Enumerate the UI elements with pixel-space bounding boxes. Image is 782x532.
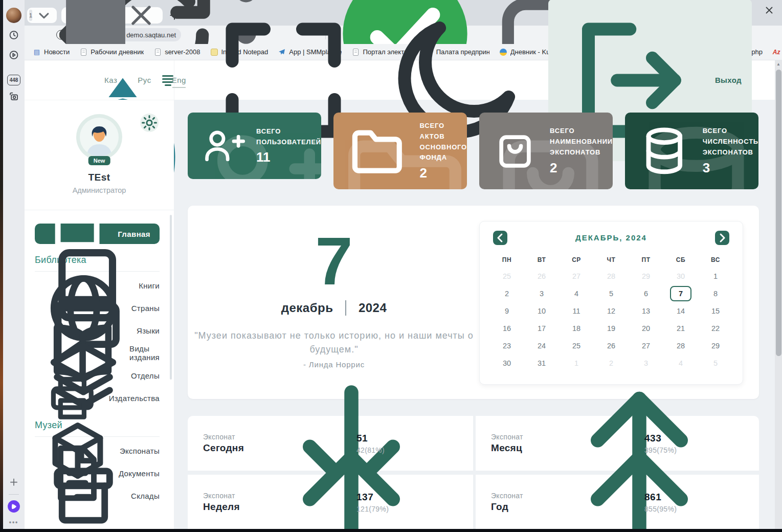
calendar-day[interactable]: 4 — [559, 285, 594, 302]
scrollbar-up-arrow[interactable]: ▲ — [775, 62, 782, 66]
exhibit-stat-text: ЭкспонатМесяц — [491, 433, 548, 454]
calendar-day-header: ПТ — [629, 252, 663, 268]
lang-rus[interactable]: Рус — [138, 76, 151, 84]
stat-card[interactable]: ВСЕГО АКТОВ ОСНОВНОГО ФОНДА2 — [333, 113, 467, 189]
calendar-day[interactable]: 10 — [524, 302, 559, 320]
alice-icon[interactable] — [7, 500, 20, 513]
calendar-day[interactable]: 28 — [594, 268, 629, 285]
calendar-day[interactable]: 13 — [629, 302, 663, 320]
calendar-day[interactable]: 21 — [663, 320, 698, 337]
calendar-day[interactable]: 2 — [489, 285, 524, 302]
nav-menu: Главная БиблиотекаКнигиСтраныЯзыкиВиды и… — [25, 210, 174, 507]
profile-settings-gear-icon[interactable] — [140, 114, 159, 132]
sidebar-item-home[interactable]: Главная — [35, 224, 160, 244]
exhibit-stat-period: Сегодня — [203, 442, 260, 454]
calendar-day[interactable]: 27 — [629, 337, 663, 354]
history-clock-icon[interactable] — [9, 30, 19, 40]
user-plus-icon — [200, 125, 245, 166]
stat-card[interactable]: ВСЕГО ЧИСЛЕННОСТЬ ЭКСПОНАТОВ3 — [625, 113, 758, 189]
sessions-play-icon[interactable] — [9, 50, 19, 60]
more-dots-icon[interactable]: ••• — [9, 519, 19, 526]
calendar-day[interactable]: 14 — [663, 302, 698, 320]
calendar-day[interactable]: 6 — [629, 285, 663, 302]
sidebar-item[interactable]: Издательства — [35, 387, 160, 409]
bookmark-item[interactable]: AzM — [772, 48, 782, 56]
sidebar-item-label: Документы — [119, 469, 160, 478]
calendar-day[interactable]: 8 — [698, 285, 733, 302]
stat-card-text: ВСЕГО ПОЛЬЗОВАТЕЛЕЙ11 — [256, 126, 321, 166]
calendar-day[interactable]: 1 — [698, 268, 733, 285]
quote-text: "Музеи показывают не только историю, но … — [194, 329, 474, 356]
sidebar-scrollbar[interactable] — [170, 215, 172, 380]
stat-card[interactable]: ВСЕГО НАИМЕНОВАНИИ ЭКСПОНАТОВ2 — [479, 113, 613, 189]
calendar-day[interactable]: 29 — [698, 337, 733, 354]
calendar-day[interactable]: 5 — [594, 285, 629, 302]
calendar-day[interactable]: 22 — [698, 320, 733, 337]
calendar-day[interactable]: 30 — [489, 354, 524, 372]
bookmark-item[interactable]: ▤Новости — [33, 48, 70, 56]
stat-card-value: 11 — [256, 149, 321, 165]
exhibit-stat-category: Экспонат — [203, 492, 260, 500]
stat-card-label: ВСЕГО ЧИСЛЕННОСТЬ ЭКСПОНАТОВ — [703, 126, 758, 158]
exhibit-stat-cell: ЭкспонатГод861855(95%) — [476, 475, 759, 529]
avatar[interactable]: New — [76, 114, 123, 163]
calendar-day[interactable]: 29 — [629, 268, 663, 285]
calendar-day[interactable]: 9 — [489, 302, 524, 320]
month-year-separator — [345, 300, 346, 316]
sidebar-item[interactable]: Склады — [35, 484, 160, 507]
calendar-day[interactable]: 16 — [489, 320, 524, 337]
current-month: декабрь — [281, 301, 333, 315]
screenshot-icon[interactable] — [9, 91, 19, 102]
current-day-number: 7 — [188, 230, 480, 292]
calendar-day[interactable]: 28 — [663, 337, 698, 354]
exhibit-stat-period: Год — [491, 501, 548, 513]
calendar-day-header: ПН — [489, 252, 524, 268]
stat-card[interactable]: ВСЕГО ПОЛЬЗОВАТЕЛЕЙ11 — [188, 113, 321, 179]
calendar-day[interactable]: 25 — [559, 337, 594, 354]
calendar-day[interactable]: 25 — [489, 268, 524, 285]
exhibit-stat-text: ЭкспонатНеделя — [203, 492, 260, 513]
calendar-day[interactable]: 31 — [524, 354, 559, 372]
exhibit-stat-value: 861 — [644, 492, 677, 503]
calendar-day[interactable]: 3 — [524, 285, 559, 302]
calendar-day-header: ВС — [698, 252, 733, 268]
lang-kaz[interactable]: Каз — [104, 76, 117, 84]
calendar-day[interactable]: 26 — [524, 268, 559, 285]
add-panel-icon[interactable] — [9, 477, 19, 487]
calendar-day[interactable]: 23 — [489, 337, 524, 354]
calendar-title: ДЕКАБРЬ, 2024 — [489, 230, 733, 246]
alice-logo-icon — [7, 500, 20, 513]
tabs-count-badge[interactable]: 448 — [7, 75, 20, 85]
exhibit-stat-category: Экспонат — [491, 433, 548, 441]
calendar-day[interactable]: 20 — [629, 320, 663, 337]
page-scrollbar[interactable]: ▲ — [775, 60, 782, 529]
folder-icon — [346, 120, 409, 183]
calendar-day[interactable]: 27 — [559, 268, 594, 285]
calendar-day[interactable]: 7 — [663, 285, 698, 302]
sidebar-item-label: Языки — [137, 326, 160, 335]
screen: 448 ••• 1 Мой профиль | SAQTAU — [0, 0, 782, 532]
bookmark-item[interactable]: server-2008 — [153, 48, 200, 56]
sidebar-item-label: Склады — [131, 492, 160, 500]
calendar-day[interactable]: 30 — [663, 268, 698, 285]
camera-icon — [9, 91, 19, 102]
calendar-day[interactable]: 24 — [524, 337, 559, 354]
calendar-day-header: СР — [559, 252, 594, 268]
scrollbar-thumb[interactable] — [776, 70, 781, 356]
calendar-day[interactable]: 17 — [524, 320, 559, 337]
calendar-day[interactable]: 12 — [594, 302, 629, 320]
sidebar-item-label: Издательства — [109, 394, 160, 403]
calendar-day[interactable]: 26 — [594, 337, 629, 354]
clock-icon — [9, 30, 19, 40]
calendar-day[interactable]: 11 — [559, 302, 594, 320]
browser-profile-avatar[interactable] — [6, 8, 21, 23]
bookmark-item[interactable]: Рабочии дневник — [79, 48, 144, 56]
calendar-prev-button[interactable] — [493, 231, 507, 245]
lang-eng[interactable]: Eng — [172, 76, 186, 84]
sidebar: New TEst Администратор Главная Библиотек… — [25, 100, 174, 529]
calendar-day[interactable]: 15 — [698, 302, 733, 320]
calendar-day[interactable]: 18 — [559, 320, 594, 337]
calendar-next-button[interactable] — [715, 231, 729, 245]
exhibit-stats: ЭкспонатСегодня5142(81%)ЭкспонатМесяц433… — [188, 416, 759, 529]
calendar-day[interactable]: 19 — [594, 320, 629, 337]
